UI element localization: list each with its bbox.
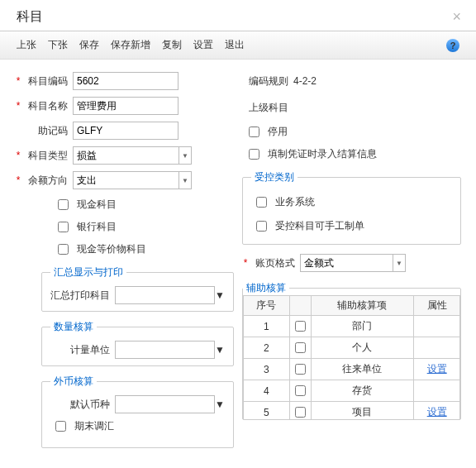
- name-input[interactable]: [73, 97, 178, 115]
- close-icon[interactable]: ×: [452, 8, 461, 26]
- aux-no: 1: [244, 316, 290, 337]
- next-button[interactable]: 下张: [48, 38, 68, 52]
- exit-button[interactable]: 退出: [225, 38, 245, 52]
- required-marker: *: [15, 150, 21, 161]
- eop-adj-checkbox[interactable]: [55, 421, 66, 432]
- required-marker: *: [15, 75, 21, 87]
- disable-label: 停用: [268, 125, 288, 139]
- aux-item: 项目: [311, 402, 414, 420]
- aux-item: 存货: [311, 380, 414, 402]
- sum-print-field-label: 汇总打印科目: [50, 289, 110, 303]
- qty-select[interactable]: [115, 341, 215, 359]
- dir-select[interactable]: [73, 171, 178, 189]
- fx-group: 外币核算 默认币种 ▼ 期末调汇: [41, 375, 234, 448]
- voucher-js-checkbox[interactable]: [249, 149, 259, 160]
- help-icon[interactable]: ?: [446, 39, 459, 52]
- required-marker: *: [15, 100, 21, 112]
- aux-attr-link[interactable]: 设置: [427, 406, 447, 418]
- sum-print-legend: 汇总显示与打印: [50, 265, 126, 279]
- page-fmt-label: 账页格式: [249, 256, 295, 270]
- biz-sys-checkbox[interactable]: [256, 197, 267, 208]
- table-row: 4存货: [244, 380, 460, 402]
- aux-item: 部门: [311, 316, 414, 337]
- table-row: 3往来单位设置: [244, 359, 460, 380]
- cash-equiv-checkbox[interactable]: [58, 244, 69, 255]
- copy-button[interactable]: 复制: [162, 38, 182, 52]
- aux-no: 3: [244, 359, 290, 380]
- prev-button[interactable]: 上张: [17, 38, 36, 52]
- chevron-down-icon[interactable]: ▼: [178, 171, 192, 189]
- settings-button[interactable]: 设置: [193, 38, 213, 52]
- required-marker: *: [15, 174, 21, 186]
- aux-table: 序号 辅助核算项 属性 1部门2个人3往来单位设置4存货5项目设置: [243, 295, 460, 419]
- biz-sys-label: 业务系统: [275, 195, 315, 209]
- aux-row-checkbox[interactable]: [295, 321, 306, 332]
- aux-legend: 辅助核算: [243, 281, 289, 295]
- code-input[interactable]: [73, 72, 178, 90]
- chevron-down-icon[interactable]: ▼: [215, 344, 225, 356]
- code-rule-label: 编码规则: [242, 74, 288, 88]
- dir-label: 余额方向: [21, 174, 68, 188]
- chevron-down-icon[interactable]: ▼: [215, 289, 225, 301]
- manual-label: 受控科目可手工制单: [275, 219, 364, 233]
- fx-select[interactable]: [115, 395, 215, 413]
- save-new-button[interactable]: 保存新增: [111, 38, 150, 52]
- code-rule-value: 4-2-2: [293, 75, 317, 87]
- fx-field-label: 默认币种: [50, 398, 110, 412]
- aux-item: 往来单位: [311, 359, 414, 380]
- aux-no: 4: [244, 380, 290, 402]
- name-label: 科目名称: [21, 99, 68, 113]
- mnem-input[interactable]: [73, 122, 178, 140]
- cash-checkbox[interactable]: [58, 199, 69, 210]
- aux-row-checkbox[interactable]: [295, 385, 306, 396]
- voucher-js-label: 填制凭证时录入结算信息: [268, 147, 377, 161]
- aux-col-check: [289, 296, 311, 316]
- sum-print-group: 汇总显示与打印 汇总打印科目 ▼: [41, 265, 234, 312]
- bank-checkbox[interactable]: [58, 222, 69, 232]
- required-marker: *: [242, 257, 249, 269]
- aux-item: 个人: [311, 337, 414, 359]
- cash-equiv-label: 现金等价物科目: [77, 242, 146, 256]
- page-fmt-select[interactable]: [300, 254, 393, 272]
- bank-label: 银行科目: [77, 220, 117, 234]
- chevron-down-icon[interactable]: ▼: [178, 146, 192, 165]
- aux-row-checkbox[interactable]: [295, 364, 306, 375]
- sum-print-select[interactable]: [115, 286, 215, 304]
- aux-attr-link[interactable]: 设置: [427, 363, 447, 375]
- mnem-label: 助记码: [21, 124, 68, 138]
- qty-field-label: 计量单位: [50, 343, 110, 357]
- chevron-down-icon[interactable]: ▼: [215, 399, 225, 410]
- aux-row-checkbox[interactable]: [295, 407, 306, 418]
- aux-row-checkbox[interactable]: [295, 342, 306, 353]
- parent-label: 上级科目: [242, 101, 288, 115]
- ctrl-cat-group: 受控类别 业务系统 受控科目可手工制单: [242, 170, 461, 245]
- eop-adj-label: 期末调汇: [74, 419, 114, 433]
- table-row: 2个人: [244, 337, 460, 359]
- code-label: 科目编码: [21, 74, 68, 88]
- toolbar: 上张 下张 保存 保存新增 复制 设置 退出 ?: [0, 31, 476, 60]
- disable-checkbox[interactable]: [249, 127, 259, 137]
- type-label: 科目类型: [21, 149, 68, 163]
- save-button[interactable]: 保存: [79, 38, 99, 52]
- aux-group: 辅助核算 序号 辅助核算项 属性 1部门2个人3往来单位设置4存货5项目设置: [242, 281, 461, 420]
- ctrl-cat-legend: 受控类别: [251, 170, 298, 184]
- chevron-down-icon[interactable]: ▼: [393, 254, 406, 272]
- dialog-title: 科目: [17, 8, 43, 26]
- aux-col-attr: 属性: [414, 296, 460, 316]
- aux-col-no: 序号: [244, 296, 290, 316]
- type-select[interactable]: [73, 146, 178, 165]
- aux-col-item: 辅助核算项: [311, 296, 414, 316]
- table-row: 5项目设置: [244, 402, 460, 420]
- aux-no: 2: [244, 337, 290, 359]
- qty-group: 数量核算 计量单位 ▼: [41, 320, 234, 366]
- fx-legend: 外币核算: [50, 375, 97, 389]
- qty-legend: 数量核算: [50, 320, 97, 334]
- table-row: 1部门: [244, 316, 460, 337]
- cash-label: 现金科目: [77, 198, 117, 212]
- aux-no: 5: [244, 402, 290, 420]
- manual-checkbox[interactable]: [256, 221, 267, 232]
